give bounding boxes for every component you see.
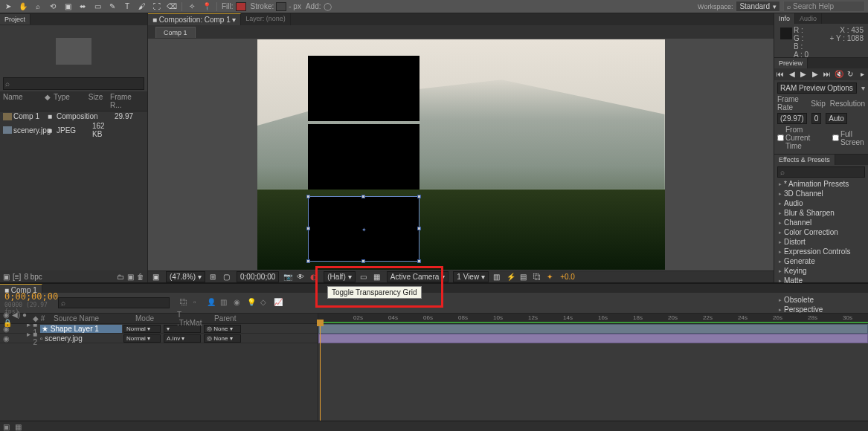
last-frame-icon[interactable]: ⏭ [823,70,832,79]
effects-category[interactable]: Keying [774,266,868,276]
add-button-icon[interactable]: ◯ [324,2,332,10]
layer-bar-1[interactable] [318,324,868,334]
ram-preview-icon[interactable]: ▸ [858,70,867,79]
composition-tab[interactable]: ■ Composition: Comp 1 ▾ [148,13,241,25]
magnification-dropdown[interactable]: (47.8%)▾ [166,271,205,282]
pen-tool-icon[interactable]: ✎ [107,1,118,12]
project-search-input[interactable] [3,77,144,90]
effects-category[interactable]: Blur & Sharpen [774,208,868,218]
flowchart-icon[interactable]: ⿻ [533,273,542,282]
channel-icon[interactable]: ◐ [310,273,319,282]
hand-tool-icon[interactable]: ✋ [18,1,28,12]
hide-shy-icon[interactable]: 👤 [207,298,217,308]
layer-list[interactable]: ◉▸ ■ 1★ Shape Layer 1Normal ▾ ▾◎ None ▾◉… [0,324,318,430]
layer-row[interactable]: ◉▸ ■ 1★ Shape Layer 1Normal ▾ ▾◎ None ▾ [0,324,318,334]
skip-field[interactable]: 0 [811,113,822,124]
parent-dropdown[interactable]: ◎ None ▾ [204,334,241,343]
mute-icon[interactable]: 🔇 [835,70,843,79]
effects-category[interactable]: Audio [774,198,868,208]
new-folder-icon[interactable]: 🗀 [117,273,124,281]
effects-category[interactable]: 3D Channel [774,189,868,198]
always-preview-icon[interactable]: ▣ [152,273,161,282]
zoom-tool-icon[interactable]: ⌕ [33,1,43,12]
project-item-image[interactable]: scenery.jpg■ JPEG 162 KB [0,121,147,139]
visibility-eye-icon[interactable]: ◉ [3,334,12,343]
new-comp-icon[interactable]: ▣ [127,273,134,281]
camera-tool-icon[interactable]: ▣ [62,1,73,12]
label-col-icon[interactable]: ◆ [45,93,54,109]
effects-category[interactable]: Distort [774,237,868,247]
search-help-input[interactable]: Search Help [783,1,865,12]
draft3d-icon[interactable]: ▫ [193,298,204,308]
audio-tab[interactable]: Audio [795,13,822,24]
work-area-bar[interactable] [318,322,868,323]
grid-icon[interactable]: ⊞ [210,273,219,282]
shape-rect-2[interactable] [308,124,419,189]
effects-category[interactable]: * Animation Presets [774,179,868,189]
snapshot-icon[interactable]: 📷 [283,273,292,282]
timeline-search-input[interactable] [58,297,170,308]
effects-category[interactable]: Generate [774,256,868,266]
comp-inner-tab[interactable]: Comp 1 [155,27,196,38]
status-icon-1[interactable]: ▣ [3,423,12,430]
next-frame-icon[interactable]: ▶ [811,70,820,79]
shape-rect-1[interactable] [308,56,419,121]
layer-bar-2[interactable] [318,334,868,343]
puppet-tool-icon[interactable]: 📍 [202,1,212,12]
full-screen-checkbox[interactable]: Full Screen [832,130,865,146]
roto-tool-icon[interactable]: ✧ [187,1,197,12]
layer-row[interactable]: ◉▸ ■ 2▫ scenery.jpgNormal ▾A.Inv ▾◎ None… [0,334,318,343]
timeline-icon[interactable]: ▤ [520,273,529,282]
interpret-icon[interactable]: ▣ [3,273,10,281]
eraser-tool-icon[interactable]: ⌫ [167,1,177,12]
pixel-aspect-icon[interactable]: ▥ [493,273,502,282]
brainstorm-icon[interactable]: 💡 [247,298,257,308]
exposure-value[interactable]: +0.0 [560,273,575,281]
composition-canvas[interactable]: ✦ [257,39,665,270]
layer-tab[interactable]: Layer: (none) [241,13,291,25]
effects-tab[interactable]: Effects & Presets [774,155,835,165]
resolution-dropdown[interactable]: (Half)▾ [324,271,355,282]
comp-mini-flowchart-icon[interactable]: ⿻ [180,298,190,308]
effects-category[interactable]: Color Correction [774,227,868,237]
views-dropdown[interactable]: 1 View▾ [453,271,489,282]
framerate-field[interactable]: (29.97) [777,113,807,124]
from-current-checkbox[interactable]: From Current Time [777,126,828,150]
brush-tool-icon[interactable]: 🖌 [137,1,147,12]
graph-editor-icon[interactable]: 📈 [274,298,284,308]
first-frame-icon[interactable]: ⏮ [776,70,785,79]
loop-icon[interactable]: ↻ [846,70,855,79]
auto-keyframe-icon[interactable]: ◇ [260,298,271,308]
status-icon-2[interactable]: ▦ [15,423,24,430]
project-item-comp[interactable]: Comp 1■ Composition 29.97 [0,111,147,121]
stroke-swatch[interactable] [276,2,286,11]
trash-icon[interactable]: 🗑 [137,273,144,281]
trkmat-dropdown[interactable]: A.Inv ▾ [164,334,201,343]
project-tab[interactable]: Project [0,14,30,25]
camera-dropdown[interactable]: Active Camera▾ [387,271,449,282]
stamp-tool-icon[interactable]: ⛶ [152,1,162,12]
effects-category[interactable]: Expression Controls [774,247,868,256]
roi-icon[interactable]: ▭ [360,273,369,282]
shape-tool-icon[interactable]: ▭ [92,1,103,12]
fill-swatch[interactable] [236,2,246,11]
rotate-tool-icon[interactable]: ⟲ [48,1,58,12]
fast-preview-icon[interactable]: ⚡ [507,273,515,282]
frame-blend-icon[interactable]: ▥ [220,298,231,308]
resolution-field[interactable]: Auto [826,113,847,124]
blend-mode-dropdown[interactable]: Normal ▾ [123,325,161,333]
blend-mode-dropdown[interactable]: Normal ▾ [123,334,161,343]
motion-blur-icon[interactable]: ◉ [234,298,244,308]
project-item-list[interactable]: Comp 1■ Composition 29.97 scenery.jpg■ J… [0,111,147,270]
bpc-toggle[interactable]: 8 bpc [24,273,42,281]
text-tool-icon[interactable]: T [122,1,132,12]
current-time[interactable]: 0;00;00;00 [237,271,279,282]
prev-frame-icon[interactable]: ◀ [788,70,797,79]
transparency-grid-icon[interactable]: ▦ [373,273,382,282]
workspace-dropdown[interactable]: Standard▾ [736,1,780,12]
pan-behind-tool-icon[interactable]: ⬌ [77,1,88,12]
ram-preview-options-dropdown[interactable]: RAM Preview Options [777,82,857,94]
effects-category[interactable]: Channel [774,218,868,227]
playhead[interactable] [320,324,321,430]
effects-search-input[interactable] [777,166,865,178]
